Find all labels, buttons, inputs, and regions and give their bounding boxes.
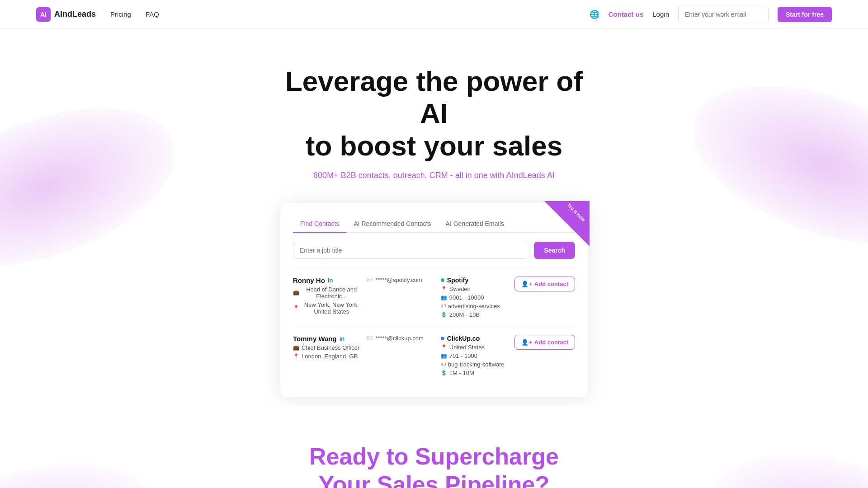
contact-1-add-col: 👤+ Add contact [514,277,575,291]
globe-icon[interactable]: 🌐 [590,9,599,19]
contact-2-company-revenue: 💲 1M - 10M [441,370,509,376]
nav-left: AI AIndLeads Pricing FAQ [36,7,159,22]
contact-2-email: ✉️ *****@clickup.com [367,335,435,342]
table-row: Ronny Ho in 💼 Head of Dance and Electron… [293,268,575,326]
job-title-input[interactable] [293,242,529,259]
logo-text: AIndLeads [54,9,96,19]
briefcase-icon: 💼 [293,290,299,296]
contact-1-info: Ronny Ho in 💼 Head of Dance and Electron… [293,277,361,315]
table-row: Tommy Wang in 💼 Chief Business Officer 📍… [293,326,575,385]
contact-1-job: 💼 Head of Dance and Electronic... [293,286,361,300]
demo-card: Try it now Find Contacts AI Recommended … [280,203,588,397]
bottom-section: Ready to Supercharge Your Sales Pipeline… [0,406,868,488]
email-icon: ✉️ [367,335,373,341]
tabs-row: Find Contacts AI Recommended Contacts AI… [293,216,575,233]
pricing-link[interactable]: Pricing [110,10,131,18]
location-icon: 📍 [293,305,299,311]
search-row: Search [293,242,575,259]
logo-icon: AI [36,7,51,22]
people-icon: 👥 [441,353,447,359]
location-icon: 📍 [293,353,299,359]
add-icon: 👤+ [521,339,532,346]
contact-1-company-tag: 🏷 advertising-services [441,303,509,310]
contact-2-location: 📍 London, England, GB [293,353,361,360]
navigation: AI AIndLeads Pricing FAQ 🌐 Contact us Lo… [0,0,868,29]
tab-recommended-contacts[interactable]: AI Recommended Contacts [346,216,438,233]
tab-find-contacts[interactable]: Find Contacts [293,216,346,233]
contact-1-location: 📍 New York, New York, United States [293,301,361,315]
contact-1-company-revenue: 💲 200M - 10B [441,311,509,318]
tab-ai-emails[interactable]: AI Generated Emails [439,216,511,233]
linkedin-icon: in [328,277,333,284]
login-link[interactable]: Login [652,10,669,18]
contact-2-info: Tommy Wang in 💼 Chief Business Officer 📍… [293,335,361,360]
hero-subheadline: 600M+ B2B contacts, outreach, CRM - all … [9,171,859,180]
people-icon: 👥 [441,295,447,300]
logo[interactable]: AI AIndLeads [36,7,96,22]
company-dot [441,337,444,340]
tag-icon: 🏷 [441,361,446,367]
contact-link[interactable]: Contact us [609,10,644,18]
tag-icon: 🏷 [441,303,446,309]
contact-2-job: 💼 Chief Business Officer [293,344,361,351]
nav-right: 🌐 Contact us Login Start for free [590,7,832,22]
contact-1-company-col: Spotify 📍 Sweden 👥 9001 - 10000 🏷 a [441,277,509,318]
faq-link[interactable]: FAQ [146,10,159,18]
hero-headline: Leverage the power of AI to boost your s… [276,65,592,162]
contact-2-email-col: ✉️ *****@clickup.com [367,335,435,342]
nav-email-input[interactable] [678,7,769,22]
contact-1-email: ✉️ *****@spotify.com [367,277,435,283]
linkedin-icon: in [340,335,345,342]
add-contact-1-button[interactable]: 👤+ Add contact [514,277,575,291]
active-dot [441,278,444,282]
contact-2-company-country: 📍 United States [441,344,509,351]
map-pin-icon: 📍 [441,344,447,350]
contact-2-company-size: 👥 701 - 1000 [441,352,509,359]
revenue-icon: 💲 [441,370,447,376]
add-contact-2-button[interactable]: 👤+ Add contact [514,335,575,350]
bottom-title: Ready to Supercharge Your Sales Pipeline… [9,442,859,488]
contact-1-name: Ronny Ho in [293,277,361,284]
contact-1-email-col: ✉️ *****@spotify.com [367,277,435,283]
contact-2-name: Tommy Wang in [293,335,361,343]
contact-2-company-name: ClickUp.co [441,335,509,342]
start-free-button[interactable]: Start for free [778,7,832,22]
email-icon: ✉️ [367,277,373,283]
contact-1-company-size: 👥 9001 - 10000 [441,294,509,301]
contact-1-company-name: Spotify [441,277,509,284]
hero-section: Leverage the power of AI to boost your s… [0,29,868,406]
contact-1-company-country: 📍 Sweden [441,286,509,292]
try-it-now-ribbon: Try it now [544,201,590,246]
briefcase-icon: 💼 [293,345,299,351]
add-icon: 👤+ [521,281,532,287]
map-pin-icon: 📍 [441,286,447,292]
contact-2-add-col: 👤+ Add contact [514,335,575,350]
contact-2-company-col: ClickUp.co 📍 United States 👥 701 - 1000 … [441,335,509,376]
contact-2-company-tag: 🏷 bug-tracking-software [441,361,509,368]
demo-card-wrapper: Try it now Find Contacts AI Recommended … [9,203,859,397]
revenue-icon: 💲 [441,312,447,318]
